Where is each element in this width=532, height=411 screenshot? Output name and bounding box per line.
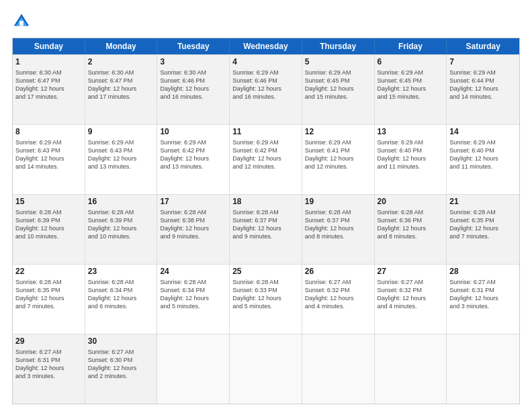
header-day-wednesday: Wednesday [230, 38, 302, 54]
day-info: Sunrise: 6:29 AM Sunset: 6:45 PM Dayligh… [305, 68, 371, 101]
calendar-day-4: 4Sunrise: 6:29 AM Sunset: 6:46 PM Daylig… [230, 55, 302, 124]
calendar-day-27: 27Sunrise: 6:27 AM Sunset: 6:32 PM Dayli… [375, 265, 447, 334]
calendar-day-26: 26Sunrise: 6:27 AM Sunset: 6:32 PM Dayli… [302, 265, 375, 334]
day-number: 10 [160, 127, 226, 138]
day-number: 17 [160, 197, 226, 208]
day-number: 16 [88, 197, 154, 208]
day-info: Sunrise: 6:29 AM Sunset: 6:43 PM Dayligh… [88, 138, 154, 171]
day-number: 28 [449, 267, 517, 277]
day-info: Sunrise: 6:28 AM Sunset: 6:36 PM Dayligh… [378, 208, 444, 241]
day-number: 30 [88, 336, 154, 347]
day-number: 19 [305, 197, 371, 208]
header-day-friday: Friday [375, 38, 447, 54]
day-number: 7 [449, 57, 517, 68]
day-info: Sunrise: 6:30 AM Sunset: 6:47 PM Dayligh… [88, 68, 154, 101]
header-day-thursday: Thursday [302, 38, 375, 54]
day-info: Sunrise: 6:29 AM Sunset: 6:42 PM Dayligh… [232, 138, 299, 171]
day-info: Sunrise: 6:27 AM Sunset: 6:30 PM Dayligh… [88, 348, 154, 381]
day-info: Sunrise: 6:29 AM Sunset: 6:44 PM Dayligh… [449, 68, 517, 101]
header-day-monday: Monday [85, 38, 158, 54]
day-info: Sunrise: 6:28 AM Sunset: 6:35 PM Dayligh… [15, 278, 82, 311]
day-number: 3 [160, 57, 226, 68]
header-day-tuesday: Tuesday [157, 38, 230, 54]
day-number: 20 [378, 197, 444, 208]
day-info: Sunrise: 6:28 AM Sunset: 6:35 PM Dayligh… [449, 208, 517, 241]
day-info: Sunrise: 6:28 AM Sunset: 6:37 PM Dayligh… [232, 208, 299, 241]
calendar-day-10: 10Sunrise: 6:29 AM Sunset: 6:42 PM Dayli… [157, 125, 230, 194]
calendar-day-28: 28Sunrise: 6:27 AM Sunset: 6:31 PM Dayli… [447, 265, 519, 334]
day-info: Sunrise: 6:29 AM Sunset: 6:42 PM Dayligh… [160, 138, 226, 171]
calendar-day-1: 1Sunrise: 6:30 AM Sunset: 6:47 PM Daylig… [13, 55, 85, 124]
calendar-week-2: 8Sunrise: 6:29 AM Sunset: 6:43 PM Daylig… [13, 124, 519, 194]
day-info: Sunrise: 6:28 AM Sunset: 6:39 PM Dayligh… [15, 208, 82, 241]
calendar-day-empty [447, 334, 519, 404]
day-number: 24 [160, 267, 226, 277]
day-number: 22 [15, 267, 82, 277]
calendar-day-29: 29Sunrise: 6:27 AM Sunset: 6:31 PM Dayli… [13, 334, 85, 404]
calendar-day-2: 2Sunrise: 6:30 AM Sunset: 6:47 PM Daylig… [85, 55, 158, 124]
day-info: Sunrise: 6:29 AM Sunset: 6:46 PM Dayligh… [232, 68, 299, 101]
day-info: Sunrise: 6:28 AM Sunset: 6:34 PM Dayligh… [88, 278, 154, 311]
day-info: Sunrise: 6:27 AM Sunset: 6:32 PM Dayligh… [378, 278, 444, 311]
day-number: 13 [378, 127, 444, 138]
page: SundayMondayTuesdayWednesdayThursdayFrid… [0, 0, 532, 411]
day-info: Sunrise: 6:29 AM Sunset: 6:43 PM Dayligh… [15, 138, 82, 171]
calendar-day-13: 13Sunrise: 6:29 AM Sunset: 6:40 PM Dayli… [375, 125, 447, 194]
calendar-day-12: 12Sunrise: 6:29 AM Sunset: 6:41 PM Dayli… [302, 125, 375, 194]
calendar-day-14: 14Sunrise: 6:29 AM Sunset: 6:40 PM Dayli… [447, 125, 519, 194]
calendar-day-30: 30Sunrise: 6:27 AM Sunset: 6:30 PM Dayli… [85, 334, 158, 404]
day-info: Sunrise: 6:27 AM Sunset: 6:32 PM Dayligh… [305, 278, 371, 311]
day-number: 14 [449, 127, 517, 138]
calendar-day-16: 16Sunrise: 6:28 AM Sunset: 6:39 PM Dayli… [85, 195, 158, 264]
day-number: 18 [232, 197, 299, 208]
day-number: 9 [88, 127, 154, 138]
calendar-body: 1Sunrise: 6:30 AM Sunset: 6:47 PM Daylig… [13, 54, 519, 404]
calendar-day-empty [230, 334, 302, 404]
day-info: Sunrise: 6:29 AM Sunset: 6:40 PM Dayligh… [449, 138, 517, 171]
calendar-week-4: 22Sunrise: 6:28 AM Sunset: 6:35 PM Dayli… [13, 264, 519, 334]
calendar-week-1: 1Sunrise: 6:30 AM Sunset: 6:47 PM Daylig… [13, 54, 519, 124]
calendar-day-15: 15Sunrise: 6:28 AM Sunset: 6:39 PM Dayli… [13, 195, 85, 264]
calendar-day-6: 6Sunrise: 6:29 AM Sunset: 6:45 PM Daylig… [375, 55, 447, 124]
logo [12, 12, 34, 31]
day-number: 6 [378, 57, 444, 68]
day-number: 2 [88, 57, 154, 68]
calendar-day-7: 7Sunrise: 6:29 AM Sunset: 6:44 PM Daylig… [447, 55, 519, 124]
day-info: Sunrise: 6:28 AM Sunset: 6:34 PM Dayligh… [160, 278, 226, 311]
calendar-day-18: 18Sunrise: 6:28 AM Sunset: 6:37 PM Dayli… [230, 195, 302, 264]
day-number: 23 [88, 267, 154, 277]
day-number: 25 [232, 267, 299, 277]
day-number: 8 [15, 127, 82, 138]
day-info: Sunrise: 6:29 AM Sunset: 6:40 PM Dayligh… [378, 138, 444, 171]
calendar-day-25: 25Sunrise: 6:28 AM Sunset: 6:33 PM Dayli… [230, 265, 302, 334]
header-day-sunday: Sunday [13, 38, 85, 54]
calendar-day-20: 20Sunrise: 6:28 AM Sunset: 6:36 PM Dayli… [375, 195, 447, 264]
calendar-day-19: 19Sunrise: 6:28 AM Sunset: 6:37 PM Dayli… [302, 195, 375, 264]
calendar-week-5: 29Sunrise: 6:27 AM Sunset: 6:31 PM Dayli… [13, 334, 519, 404]
calendar-header: SundayMondayTuesdayWednesdayThursdayFrid… [13, 38, 519, 54]
day-info: Sunrise: 6:28 AM Sunset: 6:37 PM Dayligh… [305, 208, 371, 241]
day-info: Sunrise: 6:27 AM Sunset: 6:31 PM Dayligh… [15, 348, 82, 381]
day-number: 15 [15, 197, 82, 208]
day-number: 12 [305, 127, 371, 138]
day-number: 27 [378, 267, 444, 277]
calendar-day-17: 17Sunrise: 6:28 AM Sunset: 6:38 PM Dayli… [157, 195, 230, 264]
day-number: 4 [232, 57, 299, 68]
calendar-day-empty [157, 334, 230, 404]
calendar-day-24: 24Sunrise: 6:28 AM Sunset: 6:34 PM Dayli… [157, 265, 230, 334]
calendar-day-9: 9Sunrise: 6:29 AM Sunset: 6:43 PM Daylig… [85, 125, 158, 194]
calendar-day-8: 8Sunrise: 6:29 AM Sunset: 6:43 PM Daylig… [13, 125, 85, 194]
calendar-day-5: 5Sunrise: 6:29 AM Sunset: 6:45 PM Daylig… [302, 55, 375, 124]
calendar: SundayMondayTuesdayWednesdayThursdayFrid… [12, 38, 520, 404]
header [12, 12, 520, 31]
day-number: 1 [15, 57, 82, 68]
day-info: Sunrise: 6:30 AM Sunset: 6:46 PM Dayligh… [160, 68, 226, 101]
day-info: Sunrise: 6:30 AM Sunset: 6:47 PM Dayligh… [15, 68, 82, 101]
calendar-week-3: 15Sunrise: 6:28 AM Sunset: 6:39 PM Dayli… [13, 194, 519, 264]
calendar-day-22: 22Sunrise: 6:28 AM Sunset: 6:35 PM Dayli… [13, 265, 85, 334]
calendar-day-empty [302, 334, 375, 404]
day-number: 29 [15, 336, 82, 347]
calendar-day-3: 3Sunrise: 6:30 AM Sunset: 6:46 PM Daylig… [157, 55, 230, 124]
day-info: Sunrise: 6:28 AM Sunset: 6:38 PM Dayligh… [160, 208, 226, 241]
calendar-day-23: 23Sunrise: 6:28 AM Sunset: 6:34 PM Dayli… [85, 265, 158, 334]
